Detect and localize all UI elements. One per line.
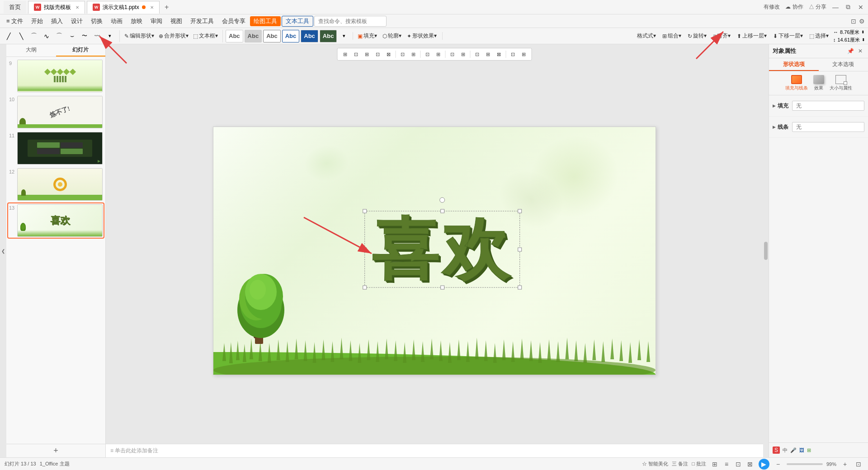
up-one-btn[interactable]: ⬆ 上移一层▾ (735, 32, 769, 40)
tab1-close[interactable]: ✕ (75, 5, 79, 10)
format-btn[interactable]: 格式式▾ (635, 32, 658, 40)
handle-ml[interactable] (363, 248, 367, 252)
new-tab-button[interactable]: + (161, 2, 172, 13)
size-props-btn[interactable]: 大小与属性 (830, 75, 852, 91)
fill-value[interactable]: 无 (792, 101, 864, 111)
shape-options-tab[interactable]: 形状选项 (769, 58, 819, 71)
command-search[interactable] (314, 16, 387, 27)
obj-btn-13[interactable]: ⊞ (483, 49, 493, 59)
edit-shape-btn[interactable]: ✎ 编辑形状▾ (123, 32, 156, 40)
outline-view-btn[interactable]: ≡ (722, 459, 731, 469)
menu-text-tools[interactable]: 文本工具 (282, 16, 313, 27)
grid-view-btn[interactable]: ⊡ (733, 459, 743, 469)
rotate-btn[interactable]: ↻ 旋转▾ (686, 32, 708, 40)
menu-design[interactable]: 设计 (67, 15, 86, 27)
panel-pin-btn[interactable]: 📌 (846, 47, 854, 55)
menu-member[interactable]: 会员专享 (218, 15, 249, 27)
slide-item-10[interactable]: 10 炼不了! (8, 95, 104, 129)
shape-style-more[interactable]: ▾ (338, 30, 350, 42)
close-btn[interactable]: ✕ (857, 4, 864, 11)
obj-btn-15[interactable]: ⊡ (508, 49, 518, 59)
line-tool-2[interactable]: ╲ (15, 30, 27, 42)
merge-shape-btn[interactable]: ⊕ 合并形状▾ (157, 32, 190, 40)
shape-style-1[interactable]: Abc (226, 30, 243, 42)
slide-item-11[interactable]: 11 ▶ (8, 131, 104, 165)
stroke-expand-btn[interactable]: ▶ 线条 无 (773, 122, 864, 132)
textbox-btn[interactable]: ⬚ 文本框▾ (191, 32, 220, 40)
scroll-handle[interactable] (764, 242, 768, 260)
add-slide-btn[interactable]: + (6, 444, 105, 457)
play-btn[interactable]: ▶ (759, 459, 769, 470)
select-btn[interactable]: ⬚ 选择▾ (807, 32, 830, 40)
text-selection-container[interactable]: 喜欢 (364, 211, 520, 288)
collaborate-btn[interactable]: ☁ 协作 (785, 3, 803, 11)
obj-btn-5[interactable]: ⊠ (384, 49, 394, 59)
outline-btn[interactable]: ⬡ 轮廓▾ (381, 32, 403, 40)
handle-tc[interactable] (440, 209, 444, 213)
menu-insert[interactable]: 插入 (47, 15, 66, 27)
shape-style-4[interactable]: Abc (282, 30, 300, 42)
obj-btn-14[interactable]: ⊠ (494, 49, 504, 59)
minimize-btn[interactable]: — (832, 4, 839, 11)
handle-bc[interactable] (440, 286, 444, 290)
comment-btn[interactable]: □ 批注 (692, 461, 706, 467)
smart-beautify-btn[interactable]: ☆ 智能美化 (642, 461, 668, 467)
menu-file[interactable]: ≡ 文件 (3, 15, 27, 27)
slide-notes[interactable]: ≡ 单击此处添加备注 (106, 444, 763, 457)
pptx-tab[interactable]: W 演示文稿1.pptx ✕ (87, 1, 160, 14)
width-spin[interactable]: ⬍ (861, 30, 865, 34)
obj-btn-11[interactable]: ⊞ (458, 49, 468, 59)
line-tool-1[interactable]: ╱ (3, 30, 14, 42)
menu-animation[interactable]: 动画 (107, 15, 126, 27)
line-tool-3[interactable]: ⌒ (28, 30, 40, 42)
obj-btn-4[interactable]: ⊡ (373, 49, 383, 59)
panel-toggle-btn[interactable]: ⊡ (850, 18, 857, 25)
panel-close-btn[interactable]: ✕ (856, 47, 864, 55)
align-btn[interactable]: ≡ 对齐▾ (711, 32, 732, 40)
rotate-handle[interactable] (439, 197, 445, 203)
slide-item-9[interactable]: 9 (8, 59, 104, 93)
presenter-view-btn[interactable]: ⊠ (745, 459, 755, 469)
share-btn[interactable]: △ 分享 (809, 3, 826, 11)
line-tool-6[interactable]: ⌣ (66, 30, 78, 42)
settings-btn[interactable]: ⚙ (858, 18, 865, 25)
obj-btn-16[interactable]: ⊞ (519, 49, 529, 59)
effects-btn[interactable]: 效果 (813, 75, 824, 91)
maximize-btn[interactable]: ⧉ (844, 4, 852, 11)
home-tab[interactable]: 首页 (4, 1, 26, 14)
obj-btn-8[interactable]: ⊡ (423, 49, 433, 59)
zoom-out-btn[interactable]: − (773, 459, 783, 469)
line-tool-8[interactable]: 〰 (91, 30, 103, 42)
text-options-tab[interactable]: 文本选项 (819, 58, 868, 71)
obj-btn-3[interactable]: ⊞ (362, 49, 372, 59)
stroke-value[interactable]: 无 (792, 122, 864, 132)
obj-btn-12[interactable]: ⊡ (472, 49, 482, 59)
zoom-slider[interactable] (787, 463, 823, 465)
slide-item-12[interactable]: 12 (8, 167, 104, 202)
height-spin[interactable]: ⬍ (862, 38, 865, 42)
group-btn[interactable]: ⊞ 组合▾ (660, 32, 683, 40)
obj-btn-1[interactable]: ⊞ (340, 49, 350, 59)
menu-developer[interactable]: 开发工具 (187, 15, 217, 27)
obj-btn-6[interactable]: ⊡ (398, 49, 408, 59)
menu-draw-tools[interactable]: 绘图工具 (250, 16, 281, 26)
slide-background[interactable]: 喜欢 (213, 127, 656, 375)
menu-slideshow[interactable]: 放映 (127, 15, 146, 27)
normal-view-btn[interactable]: ⊞ (710, 459, 720, 469)
toggle-sidebar-btn[interactable]: ❮ (0, 44, 6, 457)
zoom-in-btn[interactable]: + (840, 459, 850, 469)
fit-page-btn[interactable]: ⊡ (854, 459, 863, 469)
handle-bl[interactable] (363, 286, 367, 290)
obj-btn-7[interactable]: ⊞ (409, 49, 419, 59)
canvas-scrollbar[interactable] (763, 44, 769, 457)
fill-stroke-btn[interactable]: 填充与线条 (785, 75, 808, 91)
tab2-close[interactable]: ✕ (150, 5, 154, 10)
handle-mr[interactable] (518, 248, 522, 252)
obj-btn-9[interactable]: ⊞ (434, 49, 443, 59)
shape-style-3[interactable]: Abc (263, 30, 281, 42)
handle-br[interactable] (518, 286, 522, 290)
line-tool-7[interactable]: 〜 (79, 30, 90, 42)
line-tool-5[interactable]: ⌒ (53, 30, 65, 42)
line-tool-4[interactable]: ∿ (41, 30, 52, 42)
handle-tr[interactable] (518, 209, 522, 213)
